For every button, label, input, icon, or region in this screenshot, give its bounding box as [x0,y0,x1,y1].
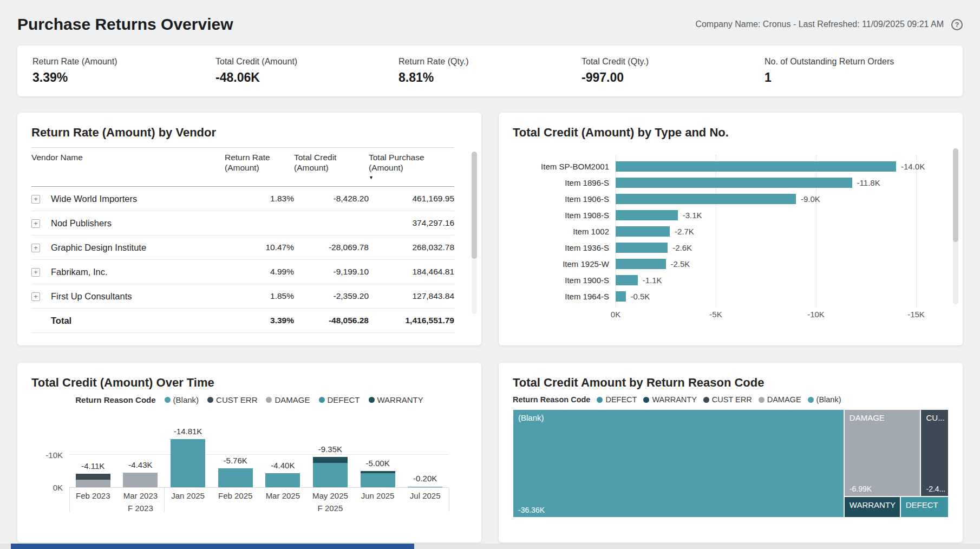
column-bar[interactable]: -5.00K [361,471,395,487]
category-label: Item 1002 [513,227,616,236]
column-bar[interactable]: -9.35K [313,457,348,487]
header-meta: Company Name: Cronus - Last Refreshed: 1… [695,19,963,30]
column-bar[interactable]: -5.76K [218,468,253,487]
legend-item[interactable]: WARRANTY [643,395,696,404]
treemap-block[interactable]: DAMAGE-6.99K [844,409,921,496]
bar[interactable] [616,226,670,237]
help-icon[interactable]: ? [951,19,963,30]
legend-item[interactable]: (Blank) [808,395,841,404]
column-value-label: -9.35K [318,445,342,454]
page-title: Purchase Returns Overview [17,15,233,34]
column-bar[interactable]: -14.81K [171,439,205,487]
bar-track: -2.5K [616,259,916,269]
bar-track: -0.5K [616,291,916,302]
column-header-vendor-name[interactable]: Vendor Name [31,152,225,162]
legend-label: DAMAGE [275,395,310,404]
column-value-label: -4.11K [81,461,104,470]
expand-cell: + [31,267,51,277]
category-label: Item 1896-S [513,178,616,187]
bar[interactable] [616,259,666,269]
bar-row: Item 1925-W-2.5K [513,256,949,272]
column-bar[interactable]: -0.20K [408,486,442,487]
bar-value-label: -9.0K [801,194,820,204]
bar-segment [123,473,158,487]
scrollbar-thumb[interactable] [953,148,958,242]
column-bar[interactable]: -4.11K [76,474,110,487]
total-credit-cell: -28,069.78 [294,243,369,252]
axis-tick-label: -10K [807,310,825,319]
total-purchase-cell: 461,169.95 [369,194,454,204]
table-row[interactable]: +Fabrikam, Inc.4.99%-9,199.10184,464.81 [31,260,454,284]
expand-icon[interactable]: + [31,195,40,204]
expand-icon[interactable]: + [31,219,40,228]
expand-icon[interactable]: + [31,268,40,277]
bar[interactable] [616,161,896,172]
table-scrollbar[interactable] [472,152,477,314]
x-axis-label: May 2025 [306,488,354,500]
bar-stack [313,457,348,487]
table-row[interactable]: +Nod Publishers374,297.16 [31,211,454,236]
legend-item[interactable]: (Blank) [165,395,199,404]
bar[interactable] [616,210,678,220]
axis-separator [164,488,165,512]
treemap-block[interactable]: DEFECT [900,496,949,518]
scrollbar-thumb[interactable] [11,544,414,549]
cards-grid: Return Rate (Amount) by Vendor Vendor Na… [17,113,963,543]
legend-item[interactable]: CUST ERR [207,395,257,404]
table-total-row: Total3.39%-48,056.281,416,551.79 [31,309,454,333]
bar[interactable] [616,243,668,253]
legend-item[interactable]: DAMAGE [266,395,310,404]
legend-dot-icon [703,397,709,403]
x-axis-label: Feb 2025 [212,488,259,500]
bar-stack [123,473,158,487]
scrollbar-thumb[interactable] [472,152,477,259]
axis-tick-label: -5K [709,310,722,319]
bar-row: Item 1896-S-11.8K [513,174,949,191]
axis-tick-label: -15K [907,310,925,319]
column-header-2[interactable]: Total Credit (Amount) [294,152,369,173]
treemap-block[interactable]: (Blank)-36.36K [513,409,844,518]
bar[interactable] [616,178,852,188]
legend-label: WARRANTY [652,395,696,404]
legend-label: CUST ERR [216,395,257,404]
column-bar[interactable]: -4.40K [265,473,300,487]
bar-track: -14.0K [616,161,916,172]
expand-icon[interactable]: + [31,292,40,301]
page-horizontal-scrollbar[interactable] [0,544,980,549]
total-label: Total [51,316,225,326]
table-row[interactable]: +First Up Consultants1.85%-2,359.20127,8… [31,284,454,309]
category-label: Item 1925-W [513,259,616,269]
column-header-1[interactable]: Return Rate (Amount) [225,152,294,173]
legend-item[interactable]: DEFECT [597,395,637,404]
vendor-name: Fabrikam, Inc. [51,267,225,277]
legend-label: CUST ERR [712,395,752,404]
axis-group-label: F 2023 [128,504,153,513]
group-labels: F 2023F 2025 [69,500,449,514]
table-row[interactable]: +Graphic Design Institute10.47%-28,069.7… [31,236,454,260]
bar-segment [408,487,442,488]
legend-item[interactable]: DEFECT [319,395,360,404]
chart-scrollbar[interactable] [953,148,958,304]
bar[interactable] [616,291,626,302]
gridline [69,454,449,455]
expand-icon[interactable]: + [31,244,40,252]
total-purchase-cell: 127,843.84 [369,291,454,301]
bar[interactable] [616,194,796,204]
legend-item[interactable]: DAMAGE [759,395,801,404]
column-bar[interactable]: -4.43K [123,473,158,487]
treemap-block[interactable]: WARRANTY [844,496,900,518]
total-purchase-cell: 184,464.81 [369,267,454,277]
treemap-block[interactable]: CU...-2.4... [920,409,949,496]
bar-row: Item 1002-2.7K [513,223,949,239]
column-header-3[interactable]: Total Purchase (Amount)▼ [369,152,454,181]
return-rate-by-vendor-card: Return Rate (Amount) by Vendor Vendor Na… [17,113,481,345]
legend-dot-icon [597,397,603,403]
bar-track: -1.1K [616,275,916,285]
total-credit-cell: -8,428.20 [294,194,369,204]
legend-item[interactable]: CUST ERR [703,395,752,404]
legend-item[interactable]: WARRANTY [369,395,423,404]
bar[interactable] [616,275,638,285]
kpi-label: Return Rate (Qty.) [398,57,582,67]
card-title: Total Credit (Amount) Over Time [31,376,467,390]
table-row[interactable]: +Wide World Importers1.83%-8,428.20461,1… [31,187,454,211]
